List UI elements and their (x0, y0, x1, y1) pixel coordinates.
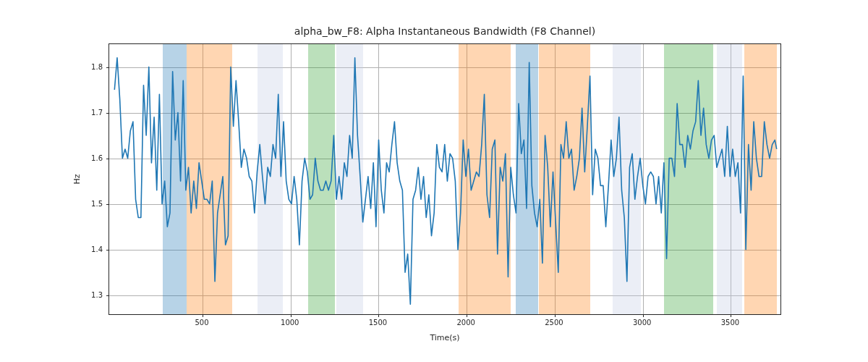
plot-axes (109, 43, 781, 315)
chart-title: alpha_bw_F8: Alpha Instantaneous Bandwid… (109, 25, 781, 37)
x-tick-label: 3000 (633, 319, 651, 327)
x-tick-label: 3500 (721, 319, 739, 327)
y-tick-label: 1.8 (91, 62, 103, 70)
plot-area (109, 44, 780, 314)
x-tick-label: 1500 (369, 319, 387, 327)
y-tick-label: 1.4 (91, 245, 103, 253)
x-tick-label: 2500 (545, 319, 563, 327)
y-axis-label: Hz (71, 43, 82, 315)
x-axis-label: Time(s) (109, 333, 781, 342)
x-tick-label: 1000 (281, 319, 299, 327)
y-tick-label: 1.3 (91, 290, 103, 298)
x-tick-label: 2000 (456, 319, 475, 327)
y-tick-label: 1.6 (91, 153, 103, 161)
figure: alpha_bw_F8: Alpha Instantaneous Bandwid… (0, 0, 868, 362)
y-tick-label: 1.7 (91, 108, 103, 116)
x-tick-label: 500 (195, 319, 208, 327)
y-tick-label: 1.5 (91, 199, 103, 207)
line-series (109, 44, 782, 316)
